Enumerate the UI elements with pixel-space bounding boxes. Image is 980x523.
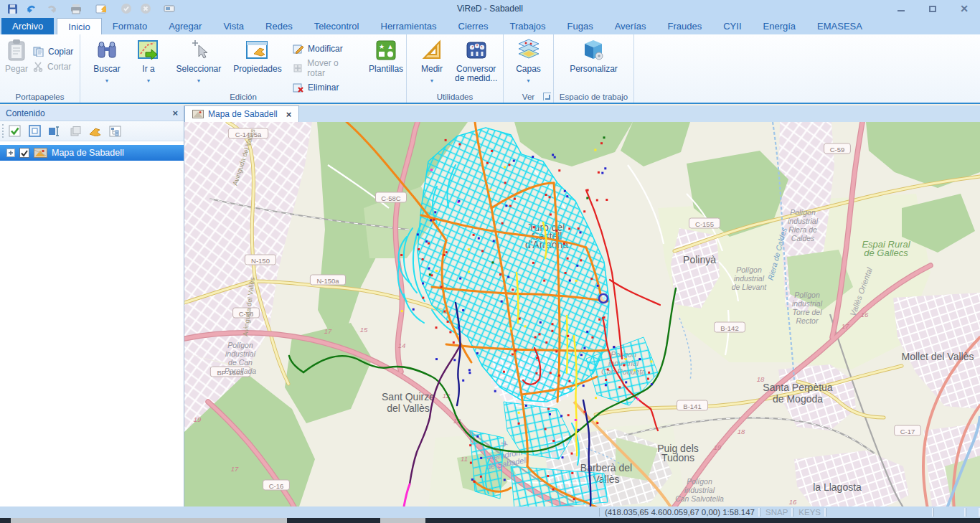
network-node xyxy=(583,210,585,212)
ira-button[interactable]: Ir a ▼ xyxy=(132,37,165,85)
hand-pointer-icon[interactable] xyxy=(88,124,102,138)
buscar-button[interactable]: Buscar ▼ xyxy=(90,37,123,85)
chevron-down-icon[interactable]: ▼ xyxy=(105,78,110,83)
ribbon-tab-cierres[interactable]: Cierres xyxy=(448,18,499,34)
network-node xyxy=(552,440,555,442)
map-label: 17 xyxy=(842,322,849,330)
network-node xyxy=(458,143,461,146)
map-tab-label: Mapa de Sabadell xyxy=(208,109,278,119)
keys-toggle[interactable]: KEYS xyxy=(793,508,826,517)
modificar-button[interactable]: Modificar xyxy=(293,44,356,54)
chevron-down-icon[interactable]: ▼ xyxy=(430,78,435,83)
fit-width-icon[interactable] xyxy=(47,124,62,138)
network-node xyxy=(510,328,512,330)
copiar-button[interactable]: Copiar xyxy=(33,47,73,57)
ribbon-tab-trabajos[interactable]: Trabajos xyxy=(499,18,556,34)
network-node xyxy=(524,325,527,327)
map-label: 16 xyxy=(789,498,797,506)
map-tab-icon xyxy=(192,110,204,118)
ribbon-tab-inicio[interactable]: Inicio xyxy=(57,18,101,34)
mover-button: Mover o rotar xyxy=(293,58,356,78)
network-node xyxy=(525,405,527,407)
network-node xyxy=(428,268,430,270)
map-label: Polígonindustrialde CanParellada xyxy=(225,341,257,375)
conversor-button[interactable]: Conversorde medid... xyxy=(451,37,501,85)
ribbon-tab-agregar[interactable]: Agregar xyxy=(158,18,212,34)
map-label: Sant Quirzedel Vallès xyxy=(382,391,435,414)
network-node xyxy=(493,240,495,242)
map-document-tab[interactable]: Mapa de Sabadell × xyxy=(184,105,299,122)
network-node xyxy=(434,211,436,213)
ribbon-tab-fugas[interactable]: Fugas xyxy=(557,18,604,34)
tree-item-mapa[interactable]: Mapa de Sabadell xyxy=(0,145,184,161)
capas-button[interactable]: Capas ▼ xyxy=(512,37,545,85)
close-icon[interactable]: × xyxy=(172,108,178,118)
expand-plus-icon[interactable] xyxy=(6,149,15,157)
propiedades-button[interactable]: Propiedades xyxy=(231,37,284,75)
ribbon-tab-cyii[interactable]: CYII xyxy=(712,18,752,34)
network-node xyxy=(400,254,402,256)
ribbon-tab-formato[interactable]: Formato xyxy=(102,18,158,34)
ribbon-tab-energía[interactable]: Energía xyxy=(753,18,807,34)
ribbon-tab-telecontrol[interactable]: Telecontrol xyxy=(303,18,370,34)
network-node xyxy=(513,160,515,162)
network-node xyxy=(651,361,653,363)
network-node xyxy=(545,428,547,430)
network-node xyxy=(514,198,516,200)
network-node xyxy=(598,319,600,321)
ribbon-tab-redes[interactable]: Redes xyxy=(255,18,303,34)
ribbon-tab-archivo[interactable]: Archivo xyxy=(1,18,54,34)
close-icon[interactable]: × xyxy=(286,109,292,120)
pegar-button: Pegar xyxy=(0,37,33,75)
svg-text:B-142: B-142 xyxy=(720,324,738,332)
tree-view-icon[interactable] xyxy=(108,124,122,138)
maximize-button[interactable] xyxy=(917,0,948,17)
eliminar-button[interactable]: Eliminar xyxy=(293,83,356,93)
ribbon-tab-averías[interactable]: Averías xyxy=(604,18,657,34)
ribbon-tab-herramientas[interactable]: Herramientas xyxy=(370,18,448,34)
chevron-down-icon[interactable]: ▼ xyxy=(196,78,201,83)
minimize-button[interactable] xyxy=(885,0,917,17)
network-node xyxy=(571,453,573,455)
map-label: 15 xyxy=(360,326,368,334)
dialog-launcher-icon[interactable] xyxy=(543,93,551,100)
check-all-icon[interactable] xyxy=(7,124,22,138)
road-badge: B-141 xyxy=(677,400,708,410)
network-node xyxy=(435,270,438,272)
network-node xyxy=(473,481,476,483)
map-canvas[interactable]: C-1415aC-58CN-150N-150aC-58BP-1503C-16C-… xyxy=(184,122,980,506)
close-button[interactable]: ✕ xyxy=(948,0,980,17)
network-node xyxy=(433,219,435,221)
network-node xyxy=(480,476,482,478)
frame-icon[interactable] xyxy=(27,124,42,138)
edit-icon xyxy=(293,44,304,54)
network-node xyxy=(625,381,627,383)
svg-text:N-150: N-150 xyxy=(251,257,270,265)
network-node xyxy=(580,259,582,261)
snap-toggle[interactable]: SNAP xyxy=(760,508,793,517)
chevron-down-icon[interactable]: ▼ xyxy=(146,78,151,83)
visibility-checkbox[interactable] xyxy=(19,148,29,158)
ribbon-tab-emasesa[interactable]: EMASESA xyxy=(806,18,873,34)
network-node xyxy=(648,372,650,374)
network-node xyxy=(601,172,603,174)
ribbon-tab-vista[interactable]: Vista xyxy=(212,18,255,34)
network-node xyxy=(567,335,569,337)
chevron-down-icon[interactable]: ▼ xyxy=(526,78,531,83)
status-bar: (418.035,65 4.600.059,67 0,00) 1:58.147 … xyxy=(0,506,980,518)
network-node xyxy=(566,195,568,197)
network-node xyxy=(596,422,598,424)
network-node xyxy=(647,378,649,380)
medir-button[interactable]: Medir ▼ xyxy=(415,37,448,85)
personalizar-button[interactable]: Personalizar xyxy=(566,37,621,75)
network-node xyxy=(623,364,625,367)
group-ver: Capas ▼ Ver xyxy=(504,34,554,103)
road-badge: C-155 xyxy=(689,218,720,228)
network-node xyxy=(435,358,438,360)
title-bar: ViReD - Sabadell ✕ xyxy=(0,0,980,17)
seleccionar-button[interactable]: Seleccionar ▼ xyxy=(174,37,224,85)
ribbon-tab-fraudes[interactable]: Fraudes xyxy=(657,18,713,34)
plantillas-button[interactable]: ★▲ Plantillas xyxy=(366,37,406,75)
network-node xyxy=(590,278,593,280)
network-node xyxy=(607,369,609,371)
